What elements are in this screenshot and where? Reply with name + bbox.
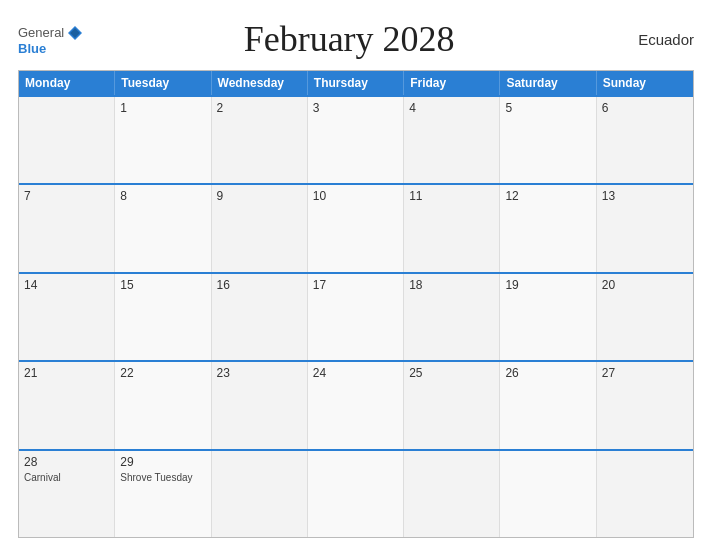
cell-w1d6: 5 xyxy=(500,97,596,183)
cell-w4d1: 21 xyxy=(19,362,115,448)
header-tuesday: Tuesday xyxy=(115,71,211,95)
cell-w5d5 xyxy=(404,451,500,537)
header-monday: Monday xyxy=(19,71,115,95)
header-thursday: Thursday xyxy=(308,71,404,95)
cell-w3d7: 20 xyxy=(597,274,693,360)
week-4: 21 22 23 24 25 26 27 xyxy=(19,360,693,448)
cell-w2d6: 12 xyxy=(500,185,596,271)
header-saturday: Saturday xyxy=(500,71,596,95)
cell-w5d3 xyxy=(212,451,308,537)
logo-flag-icon xyxy=(66,24,84,42)
cell-w3d6: 19 xyxy=(500,274,596,360)
cell-w5d6 xyxy=(500,451,596,537)
cell-w3d3: 16 xyxy=(212,274,308,360)
cell-w4d6: 26 xyxy=(500,362,596,448)
cell-w1d7: 6 xyxy=(597,97,693,183)
page: General Blue February 2028 Ecuador Monda… xyxy=(0,0,712,550)
cell-w3d4: 17 xyxy=(308,274,404,360)
cell-w2d5: 11 xyxy=(404,185,500,271)
header-wednesday: Wednesday xyxy=(212,71,308,95)
logo-blue: Blue xyxy=(18,42,46,55)
cell-w2d4: 10 xyxy=(308,185,404,271)
cell-w2d3: 9 xyxy=(212,185,308,271)
cell-w3d2: 15 xyxy=(115,274,211,360)
cell-w5d1: 28 Carnival xyxy=(19,451,115,537)
country-label: Ecuador xyxy=(614,31,694,48)
cell-w4d7: 27 xyxy=(597,362,693,448)
cell-w4d3: 23 xyxy=(212,362,308,448)
logo-general: General xyxy=(18,26,64,39)
event-carnival: Carnival xyxy=(24,471,109,484)
calendar-header: Monday Tuesday Wednesday Thursday Friday… xyxy=(19,71,693,95)
calendar-title: February 2028 xyxy=(84,18,614,60)
cell-w5d4 xyxy=(308,451,404,537)
week-2: 7 8 9 10 11 12 13 xyxy=(19,183,693,271)
cell-w5d2: 29 Shrove Tuesday xyxy=(115,451,211,537)
cell-w4d4: 24 xyxy=(308,362,404,448)
cell-w2d1: 7 xyxy=(19,185,115,271)
cell-w2d7: 13 xyxy=(597,185,693,271)
cell-w4d5: 25 xyxy=(404,362,500,448)
header-friday: Friday xyxy=(404,71,500,95)
header-sunday: Sunday xyxy=(597,71,693,95)
cell-w2d2: 8 xyxy=(115,185,211,271)
calendar-body: 1 2 3 4 5 6 7 8 9 10 11 12 13 14 15 16 xyxy=(19,95,693,537)
cell-w1d1 xyxy=(19,97,115,183)
calendar: Monday Tuesday Wednesday Thursday Friday… xyxy=(18,70,694,538)
week-3: 14 15 16 17 18 19 20 xyxy=(19,272,693,360)
cell-w3d5: 18 xyxy=(404,274,500,360)
event-shrove-tuesday: Shrove Tuesday xyxy=(120,471,205,484)
logo: General Blue xyxy=(18,24,84,55)
week-5: 28 Carnival 29 Shrove Tuesday xyxy=(19,449,693,537)
cell-w1d3: 2 xyxy=(212,97,308,183)
cell-w1d5: 4 xyxy=(404,97,500,183)
cell-w4d2: 22 xyxy=(115,362,211,448)
week-1: 1 2 3 4 5 6 xyxy=(19,95,693,183)
cell-w3d1: 14 xyxy=(19,274,115,360)
cell-w1d2: 1 xyxy=(115,97,211,183)
header: General Blue February 2028 Ecuador xyxy=(18,18,694,60)
cell-w5d7 xyxy=(597,451,693,537)
cell-w1d4: 3 xyxy=(308,97,404,183)
